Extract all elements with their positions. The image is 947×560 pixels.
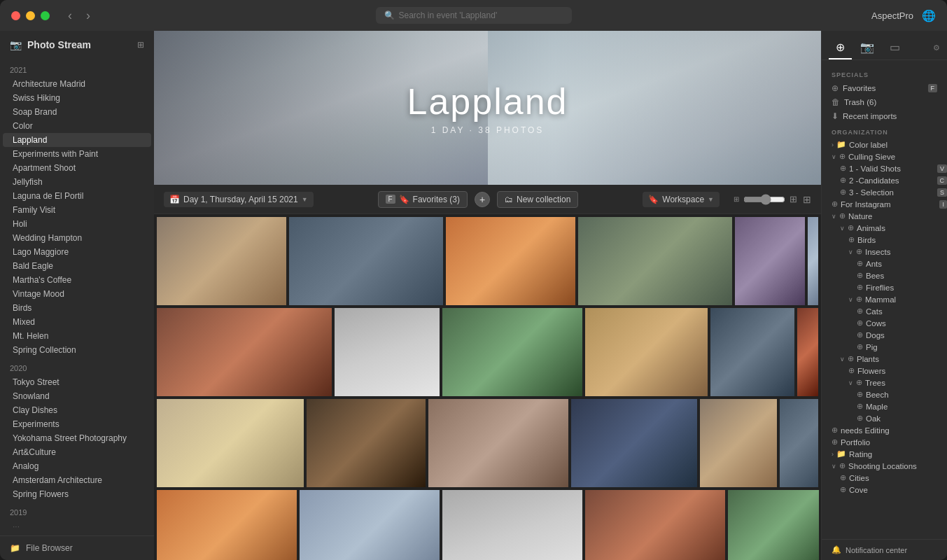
tree-item-oak[interactable]: ⊕ Oak	[822, 412, 947, 424]
maximize-button[interactable]	[41, 11, 50, 20]
favorites-button[interactable]: F 🔖 Favorites (3)	[378, 191, 468, 208]
tree-item-ants[interactable]: ⊕ Ants	[822, 258, 947, 270]
tree-item-cows[interactable]: ⊕ Cows	[822, 317, 947, 329]
tree-item-animals[interactable]: ∨ ⊕ Animals	[822, 222, 947, 234]
sidebar-item-analog[interactable]: Analog	[3, 459, 151, 473]
right-item-trash[interactable]: 🗑 Trash (6)	[822, 95, 947, 109]
tree-item-beech[interactable]: ⊕ Beech	[822, 388, 947, 400]
photo-cell[interactable]	[710, 308, 794, 396]
photo-cell[interactable]	[157, 399, 304, 487]
photo-cell[interactable]	[735, 217, 805, 305]
minimize-button[interactable]	[26, 11, 35, 20]
tree-item-for-instagram[interactable]: ⊕ For Instagram I	[822, 198, 947, 210]
photo-cell[interactable]	[578, 217, 732, 305]
right-item-favorites[interactable]: ⊕ Favorites F	[822, 81, 947, 95]
tree-item-cities[interactable]: ⊕ Cities	[822, 472, 947, 484]
photo-cell[interactable]	[700, 399, 777, 487]
forward-button[interactable]: ›	[82, 7, 94, 24]
tab-camera[interactable]: 📷	[853, 36, 881, 59]
tree-item-pig[interactable]: ⊕ Pig	[822, 341, 947, 353]
globe-icon[interactable]: 🌐	[922, 9, 936, 22]
sidebar-nav[interactable]: 2021 Architecture Madrid Swiss Hiking So…	[0, 56, 154, 536]
tree-item-valid-shots[interactable]: ⊕ 1 - Valid Shots V	[822, 162, 947, 174]
sidebar-item-tokyo-street[interactable]: Tokyo Street	[3, 375, 151, 389]
sidebar-item-apartment-shoot[interactable]: Apartment Shoot	[3, 161, 151, 175]
tab-layers[interactable]: ⊕	[829, 36, 852, 59]
search-bar[interactable]: 🔍	[376, 7, 572, 24]
sidebar-item-2019-1[interactable]: ···	[3, 519, 151, 533]
tree-item-color-label[interactable]: › 📁 Color label	[822, 139, 947, 150]
sidebar-item-mixed[interactable]: Mixed	[3, 315, 151, 329]
sidebar-action-icon[interactable]: ⊞	[137, 40, 144, 50]
photo-cell[interactable]	[728, 490, 819, 560]
tree-item-plants[interactable]: ∨ ⊕ Plants	[822, 353, 947, 365]
tree-item-nature[interactable]: ∨ ⊕ Nature	[822, 210, 947, 222]
sidebar-item-yokohama[interactable]: Yokohama Street Photography	[3, 431, 151, 445]
photo-cell[interactable]	[442, 308, 582, 396]
sidebar-item-lago-maggiore[interactable]: Lago Maggiore	[3, 245, 151, 259]
sidebar-item-soap-brand[interactable]: Soap Brand	[3, 105, 151, 119]
sidebar-item-experiments-paint[interactable]: Experiments with Paint	[3, 147, 151, 161]
photo-cell[interactable]	[780, 399, 818, 487]
photo-cell[interactable]	[157, 490, 297, 560]
photo-cell[interactable]	[428, 399, 568, 487]
tree-item-flowers[interactable]: ⊕ Flowers	[822, 365, 947, 377]
photo-cell[interactable]	[307, 399, 426, 487]
sidebar-item-laguna[interactable]: Laguna de El Portil	[3, 189, 151, 203]
notification-center[interactable]: 🔔 Notification center	[822, 539, 947, 560]
sidebar-item-family-visit[interactable]: Family Visit	[3, 203, 151, 217]
date-button[interactable]: 📅 Day 1, Thursday, April 15 2021 ▼	[164, 192, 314, 207]
photo-cell[interactable]	[446, 217, 575, 305]
sidebar-item-clay-dishes[interactable]: Clay Dishes	[3, 403, 151, 417]
tree-item-rating[interactable]: › 📁 Rating	[822, 448, 947, 460]
tree-item-portfolio[interactable]: ⊕ Portfolio	[822, 436, 947, 448]
photo-cell[interactable]	[157, 308, 332, 396]
tree-item-culling-sieve[interactable]: ∨ ⊕ Culling Sieve	[822, 150, 947, 162]
sidebar-item-mt-helen[interactable]: Mt. Helen	[3, 329, 151, 343]
sidebar-item-vintage-mood[interactable]: Vintage Mood	[3, 287, 151, 301]
sidebar-item-artculture[interactable]: Art&Culture	[3, 445, 151, 459]
tree-item-fireflies[interactable]: ⊕ Fireflies	[822, 281, 947, 293]
tree-item-cove[interactable]: ⊕ Cove	[822, 484, 947, 496]
sidebar-item-spring-collection[interactable]: Spring Collection	[3, 343, 151, 357]
photo-cell[interactable]	[585, 308, 708, 396]
sidebar-item-jellyfish[interactable]: Jellyfish	[3, 175, 151, 189]
photo-cell[interactable]	[442, 490, 582, 560]
sidebar-item-holi[interactable]: Holi	[3, 217, 151, 231]
tree-item-selection[interactable]: ⊕ 3 - Selection S	[822, 186, 947, 198]
sidebar-item-birds[interactable]: Birds	[3, 301, 151, 315]
tree-item-insects[interactable]: ∨ ⊕ Insects	[822, 246, 947, 258]
new-collection-button[interactable]: 🗂 New collection	[497, 191, 578, 208]
sidebar-item-swiss-hiking[interactable]: Swiss Hiking	[3, 91, 151, 105]
back-button[interactable]: ‹	[64, 7, 76, 24]
photo-cell[interactable]	[797, 308, 818, 396]
right-item-recent-imports[interactable]: ⬇ Recent imports	[822, 109, 947, 123]
photo-grid[interactable]	[154, 214, 821, 560]
sidebar-item-marthas-coffee[interactable]: Martha's Coffee	[3, 273, 151, 287]
workspace-button[interactable]: 🔖 Workspace ▼	[643, 192, 720, 207]
photo-cell[interactable]	[585, 490, 725, 560]
photo-cell[interactable]	[808, 217, 818, 305]
sidebar-item-spring-flowers[interactable]: Spring Flowers	[3, 487, 151, 501]
close-button[interactable]	[11, 11, 20, 20]
tab-display[interactable]: ▭	[883, 36, 907, 59]
add-button[interactable]: +	[475, 192, 490, 207]
sidebar-item-bald-eagle[interactable]: Bald Eagle	[3, 259, 151, 273]
sidebar-item-wedding-hampton[interactable]: Wedding Hampton	[3, 231, 151, 245]
sidebar-item-lappland[interactable]: Lappland	[3, 133, 151, 147]
tree-item-mammal[interactable]: ∨ ⊕ Mammal	[822, 293, 947, 305]
sidebar-item-architecture-madrid[interactable]: Architecture Madrid	[3, 77, 151, 91]
right-nav[interactable]: SPECIALS ⊕ Favorites F 🗑 Trash (6) ⬇ Rec…	[822, 60, 947, 539]
tree-item-shooting-locations[interactable]: ∨ ⊕ Shooting Locations	[822, 460, 947, 472]
photo-cell[interactable]	[335, 308, 440, 396]
tree-item-cats[interactable]: ⊕ Cats	[822, 305, 947, 317]
tree-item-maple[interactable]: ⊕ Maple	[822, 400, 947, 412]
sidebar-item-amsterdam[interactable]: Amsterdam Architecture	[3, 473, 151, 487]
zoom-slider[interactable]	[743, 194, 785, 205]
tree-item-dogs[interactable]: ⊕ Dogs	[822, 329, 947, 341]
org-settings-icon[interactable]: ⚙	[933, 43, 940, 52]
photo-cell[interactable]	[300, 490, 440, 560]
photo-cell[interactable]	[289, 217, 443, 305]
tree-item-candidates[interactable]: ⊕ 2 -Candidates C	[822, 174, 947, 186]
photo-cell[interactable]	[157, 217, 286, 305]
